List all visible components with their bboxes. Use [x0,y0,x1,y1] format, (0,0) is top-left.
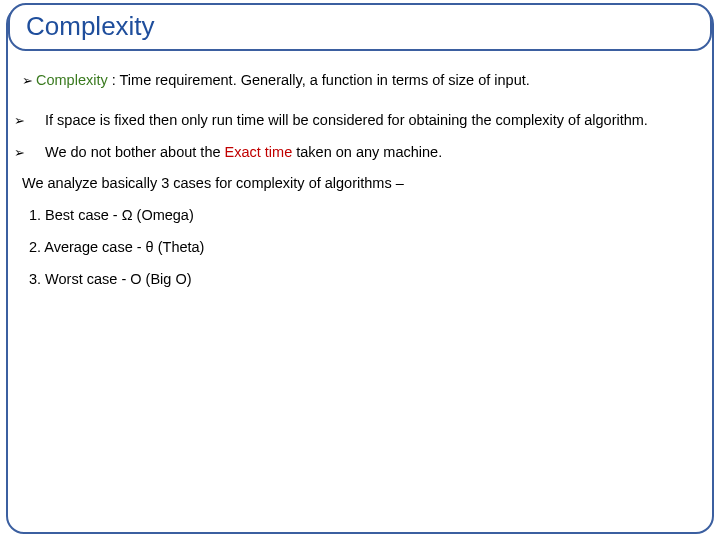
paragraph: We analyze basically 3 cases for complex… [22,173,698,195]
slide-title: Complexity [26,11,155,42]
slide-content: ➢ Complexity : Time requirement. General… [22,70,698,520]
arrow-icon: ➢ [29,111,41,131]
arrow-icon: ➢ [29,143,41,163]
bullet-item: ➢ Complexity : Time requirement. General… [22,70,698,92]
bullet-item: ➢ We do not bother about the Exact time … [22,142,698,164]
bullet-text: Complexity : Time requirement. Generally… [36,70,530,92]
bullet-text: If space is fixed then only run time wil… [45,112,648,128]
term-complexity: Complexity [36,72,108,88]
list-item: 1. Best case - Ω (Omega) [22,205,698,227]
list-item: 2. Average case - θ (Theta) [22,237,698,259]
list-item: 3. Worst case - O (Big O) [22,269,698,291]
bullet-text: We do not bother about the Exact time ta… [45,144,442,160]
arrow-icon: ➢ [22,71,36,91]
text-pre: We do not bother about the [45,144,225,160]
text-post: taken on any machine. [292,144,442,160]
text-emphasis: Exact time [225,144,293,160]
bullet-rest: : Time requirement. Generally, a functio… [108,72,530,88]
bullet-item: ➢ If space is fixed then only run time w… [22,110,698,132]
title-container: Complexity [8,3,712,51]
